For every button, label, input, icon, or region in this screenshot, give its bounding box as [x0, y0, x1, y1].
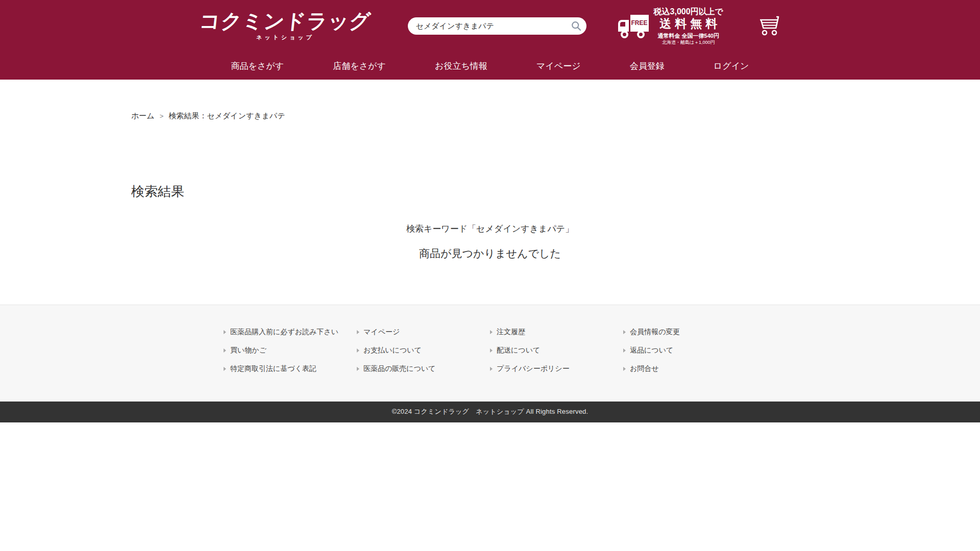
main-nav: 商品をさがす 店舗をさがす お役立ち情報 マイページ 会員登録 ログイン	[0, 52, 980, 80]
truck-wheel-right	[637, 31, 645, 38]
copyright-text: ©2024 コクミンドラッグ ネットショップ All Rights Reserv…	[392, 407, 589, 416]
footer-column-2: マイページ お支払いについて 医薬品の販売について	[357, 328, 490, 383]
footer-link-member-info[interactable]: 会員情報の変更	[623, 328, 756, 337]
magnifier-icon	[571, 21, 581, 31]
footer-link-order-history[interactable]: 注文履歴	[490, 328, 623, 337]
search-button[interactable]	[569, 19, 583, 33]
breadcrumb-home-link[interactable]: ホーム	[131, 111, 155, 121]
footer-link-medicine-notice[interactable]: 医薬品購入前に必ずお読み下さい	[224, 328, 357, 337]
arrow-right-icon	[490, 330, 493, 334]
search-input[interactable]	[408, 17, 586, 35]
search-keyword-line: 検索キーワード「セメダインすきまパテ」	[131, 223, 849, 235]
nav-item-products[interactable]: 商品をさがす	[231, 60, 284, 72]
nav-item-tips[interactable]: お役立ち情報	[435, 60, 487, 72]
footer-link-returns[interactable]: 返品について	[623, 346, 756, 355]
arrow-right-icon	[623, 330, 626, 334]
shipping-normal-fee: 通常料金 全国一律540円	[658, 33, 719, 39]
footer-column-3: 注文履歴 配送について プライバシーポリシー	[490, 328, 623, 383]
cart-icon	[757, 15, 780, 37]
breadcrumb-separator: >	[160, 112, 164, 120]
footer-link-contact[interactable]: お問合せ	[623, 364, 756, 373]
truck-wheel-left	[621, 31, 628, 38]
search-bar	[408, 17, 586, 35]
logo-subtitle: ネットショップ	[256, 34, 314, 41]
copyright-bar: ©2024 コクミンドラッグ ネットショップ All Rights Reserv…	[0, 402, 980, 422]
header-top-row: コクミンドラッグ ネットショップ FREE	[0, 0, 980, 52]
free-shipping-banner: FREE 税込3,000円以上で 送料無料 通常料金 全国一律540円 北海道・…	[618, 7, 723, 45]
logo-title: コクミンドラッグ	[199, 11, 372, 31]
nav-item-register[interactable]: 会員登録	[630, 60, 665, 72]
truck-window	[620, 22, 625, 27]
shipping-remote-fee: 北海道・離島は＋1,000円	[662, 40, 715, 45]
footer-link-cart[interactable]: 買い物かご	[224, 346, 357, 355]
footer-link-medicine-sales[interactable]: 医薬品の販売について	[357, 364, 490, 373]
footer-link-privacy-policy[interactable]: プライバシーポリシー	[490, 364, 623, 373]
truck-icon: FREE	[618, 14, 649, 38]
shipping-free-label: 送料無料	[656, 16, 721, 31]
site-header: コクミンドラッグ ネットショップ FREE	[0, 0, 980, 80]
arrow-right-icon	[224, 348, 226, 353]
footer-column-1: 医薬品購入前に必ずお読み下さい 買い物かご 特定商取引法に基づく表記	[224, 328, 357, 383]
arrow-right-icon	[357, 367, 359, 371]
free-badge: FREE	[631, 19, 648, 27]
breadcrumb: ホーム > 検索結果：セメダインすきまパテ	[131, 80, 849, 121]
footer-link-payment[interactable]: お支払いについて	[357, 346, 490, 355]
breadcrumb-current: 検索結果：セメダインすきまパテ	[168, 111, 285, 121]
footer-link-delivery[interactable]: 配送について	[490, 346, 623, 355]
nav-item-stores[interactable]: 店舗をさがす	[333, 60, 386, 72]
arrow-right-icon	[623, 348, 626, 353]
site-logo[interactable]: コクミンドラッグ ネットショップ	[200, 11, 371, 41]
cart-button[interactable]	[757, 15, 780, 37]
no-results-message: 商品が見つかりませんでした	[131, 246, 849, 261]
arrow-right-icon	[357, 348, 359, 353]
main-content: ホーム > 検索結果：セメダインすきまパテ 検索結果 検索キーワード「セメダイン…	[0, 80, 980, 305]
arrow-right-icon	[224, 330, 226, 334]
footer-link-mypage[interactable]: マイページ	[357, 328, 490, 337]
shipping-threshold: 税込3,000円以上で	[654, 7, 723, 16]
footer-column-4: 会員情報の変更 返品について お問合せ	[623, 328, 756, 383]
arrow-right-icon	[623, 367, 626, 371]
arrow-right-icon	[357, 330, 359, 334]
arrow-right-icon	[224, 367, 226, 371]
shipping-text: 税込3,000円以上で 送料無料 通常料金 全国一律540円 北海道・離島は＋1…	[654, 7, 723, 45]
arrow-right-icon	[490, 348, 493, 353]
page-title: 検索結果	[131, 183, 849, 201]
footer-link-commercial-law[interactable]: 特定商取引法に基づく表記	[224, 364, 357, 373]
site-footer: 医薬品購入前に必ずお読み下さい 買い物かご 特定商取引法に基づく表記 マイページ…	[0, 305, 980, 402]
nav-item-mypage[interactable]: マイページ	[536, 60, 581, 72]
nav-item-login[interactable]: ログイン	[714, 60, 749, 72]
arrow-right-icon	[490, 367, 493, 371]
